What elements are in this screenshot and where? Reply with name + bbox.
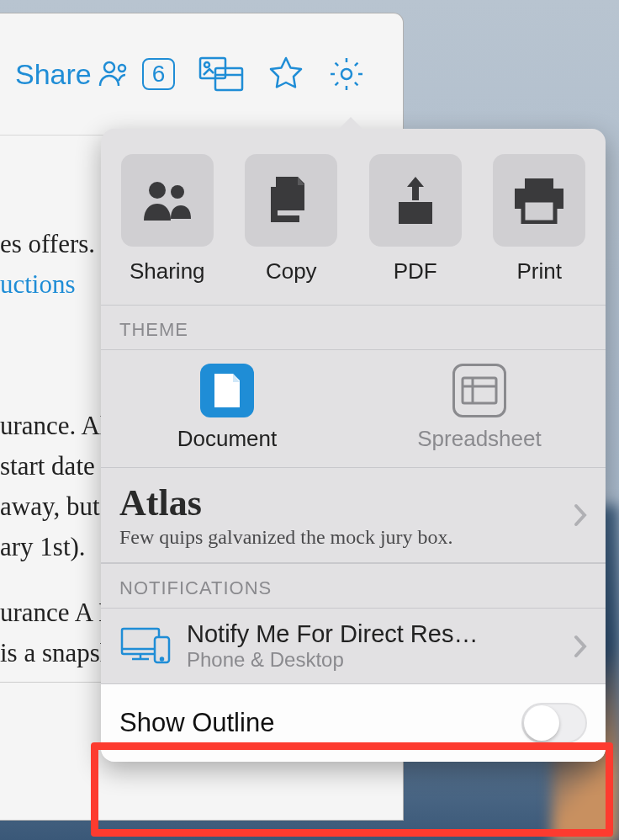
copy-label: Copy xyxy=(266,258,317,284)
actions-row: Sharing Copy PDF xyxy=(101,129,606,305)
print-label: Print xyxy=(517,258,562,284)
print-action[interactable]: Print xyxy=(484,154,594,284)
notify-title: Notify Me For Direct Res… xyxy=(187,620,558,648)
copy-icon xyxy=(267,175,315,226)
toggle-thumb xyxy=(524,705,559,741)
sharing-icon xyxy=(140,178,194,222)
share-button[interactable]: Share 6 xyxy=(15,58,175,91)
theme-row: Document Spreadsheet xyxy=(101,349,606,468)
theme-spreadsheet[interactable]: Spreadsheet xyxy=(353,350,606,467)
font-sample: Few quips galvanized the mock jury box. xyxy=(119,526,563,549)
notify-row[interactable]: Notify Me For Direct Res… Phone & Deskto… xyxy=(101,608,606,684)
share-count-badge: 6 xyxy=(142,58,176,90)
svg-rect-10 xyxy=(525,178,553,189)
svg-point-6 xyxy=(341,69,352,79)
svg-point-8 xyxy=(171,185,184,199)
notify-sub: Phone & Desktop xyxy=(187,648,558,672)
font-row[interactable]: Atlas Few quips galvanized the mock jury… xyxy=(101,468,606,563)
svg-point-3 xyxy=(204,62,209,67)
pdf-upload-icon xyxy=(395,175,436,226)
show-outline-toggle[interactable] xyxy=(521,703,587,743)
star-icon[interactable] xyxy=(267,56,304,93)
font-title: Atlas xyxy=(119,481,563,524)
svg-point-20 xyxy=(161,657,163,660)
media-icon[interactable] xyxy=(198,56,244,92)
svg-rect-12 xyxy=(463,378,496,403)
settings-popover: Sharing Copy PDF xyxy=(101,129,606,762)
chevron-right-icon xyxy=(574,635,587,658)
svg-point-7 xyxy=(149,182,166,199)
theme-header: THEME xyxy=(101,305,606,349)
theme-spreadsheet-label: Spreadsheet xyxy=(417,426,541,452)
svg-rect-15 xyxy=(122,629,159,654)
notifications-header: NOTIFICATIONS xyxy=(101,563,606,608)
show-outline-label: Show Outline xyxy=(119,708,521,738)
devices-icon xyxy=(119,625,172,667)
sharing-label: Sharing xyxy=(130,258,205,284)
svg-rect-11 xyxy=(523,200,555,222)
svg-point-0 xyxy=(104,62,114,72)
doc-link[interactable]: uctions xyxy=(0,269,76,299)
print-icon xyxy=(513,177,565,224)
gear-icon[interactable] xyxy=(328,56,365,93)
theme-document[interactable]: Document xyxy=(101,350,353,467)
theme-document-label: Document xyxy=(177,426,278,452)
people-icon xyxy=(98,59,135,89)
pdf-label: PDF xyxy=(394,258,437,284)
spreadsheet-icon xyxy=(461,376,498,405)
copy-action[interactable]: Copy xyxy=(236,154,346,284)
document-icon xyxy=(211,372,243,409)
share-label: Share xyxy=(15,58,92,91)
svg-point-1 xyxy=(119,65,125,72)
chevron-right-icon xyxy=(574,503,587,527)
svg-rect-9 xyxy=(399,202,432,224)
pdf-action[interactable]: PDF xyxy=(361,154,470,284)
sharing-action[interactable]: Sharing xyxy=(113,154,222,284)
show-outline-row[interactable]: Show Outline xyxy=(101,684,606,762)
